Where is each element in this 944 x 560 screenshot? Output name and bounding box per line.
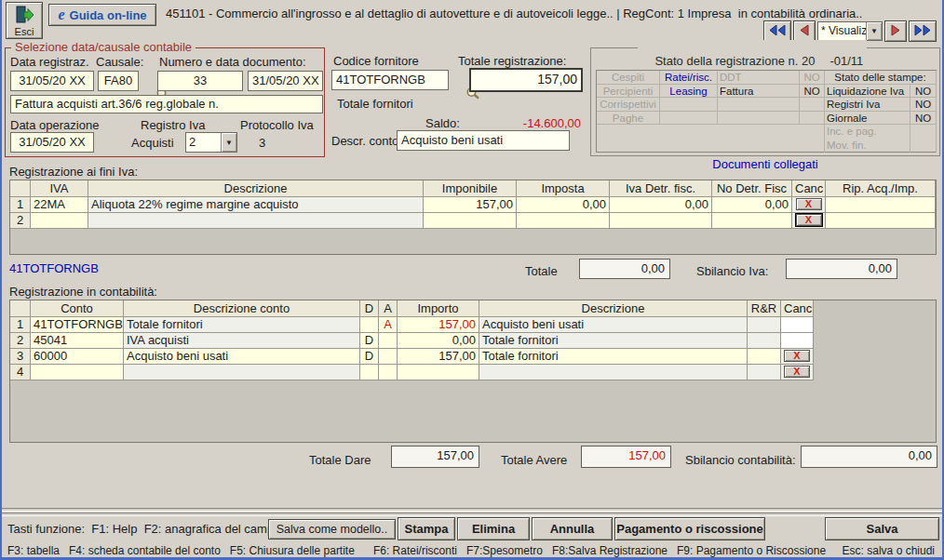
esci-button[interactable]: Esci	[6, 2, 43, 39]
iva-descrizione-cell	[88, 213, 424, 229]
canc-button[interactable]: X	[784, 366, 810, 378]
canc-cell: X	[792, 197, 826, 213]
elimina-button[interactable]: Elimina	[457, 517, 530, 540]
importo-cell[interactable]: 157,00	[398, 349, 479, 365]
descrizione-cell[interactable]	[479, 365, 748, 380]
empty-cell	[718, 98, 800, 112]
conto-fornitore-link[interactable]: 41TOTFORNGB	[9, 261, 99, 275]
iva-detr-cell[interactable]	[610, 213, 712, 229]
annulla-button[interactable]: Annulla	[532, 517, 613, 540]
stato-corrispettivi: Corrispettivi	[597, 98, 660, 112]
empty-cell	[800, 112, 825, 126]
descr-conto-field[interactable]: Acquisto beni usati	[397, 130, 570, 151]
causale-field[interactable]: FA80	[98, 71, 139, 91]
iva-detr-cell[interactable]: 0,00	[610, 197, 712, 213]
leasing-link[interactable]: Leasing	[660, 85, 718, 99]
giornale-label: Giornale	[825, 112, 910, 126]
imposta-cell[interactable]: 0,00	[517, 197, 610, 213]
descrizione-cell[interactable]: Acquisto beni usati	[479, 317, 748, 333]
chevron-down-icon[interactable]: ▼	[866, 22, 882, 40]
first-record-button[interactable]	[763, 20, 791, 42]
contabilita-table: Conto Descrizione conto D A Importo Desc…	[9, 300, 937, 443]
d-cell[interactable]	[360, 317, 379, 333]
codice-fornitore-label: Codice fornitore	[333, 54, 419, 68]
header-rip: Rip. Acq./Imp.	[826, 180, 936, 197]
chevron-down-icon[interactable]: ▼	[221, 133, 236, 152]
canc-button[interactable]: X	[796, 214, 822, 226]
stato-ddt-stato: NO	[800, 71, 825, 85]
importo-cell[interactable]: 0,00	[398, 333, 479, 349]
stato-fattura: Fattura	[718, 85, 800, 99]
canc-cell	[781, 317, 814, 333]
no-detr-cell[interactable]	[712, 213, 792, 229]
salva-button[interactable]: Salva	[825, 517, 939, 540]
d-cell[interactable]	[360, 365, 379, 380]
header-descrizione: Descrizione	[479, 300, 748, 317]
data-documento-field[interactable]: 31/05/20 XX	[248, 71, 323, 91]
totale-avere-label: Totale Avere	[501, 453, 567, 467]
window-title: 451101 - Commercio all'ingrosso e al det…	[166, 7, 862, 20]
guida-online-button[interactable]: e Guida on-line	[48, 4, 156, 26]
header-rr: R&R	[748, 300, 781, 317]
salva-modello-button[interactable]: Salva come modello..	[268, 519, 396, 540]
liquidazione-iva-label: Liquidazione Iva	[825, 85, 910, 99]
imponibile-cell[interactable]: 157,00	[424, 197, 517, 213]
d-cell[interactable]: D	[360, 333, 379, 349]
canc-button[interactable]: X	[784, 350, 810, 362]
importo-cell[interactable]: 157,00	[398, 317, 479, 333]
contabilita-row-2: 2 45041 IVA acquisti D 0,00 Totale forni…	[10, 333, 936, 349]
empty-cell	[597, 125, 825, 139]
rip-cell[interactable]	[826, 213, 936, 229]
row-number: 2	[10, 213, 31, 229]
double-arrow-right-icon	[913, 24, 932, 39]
rip-cell[interactable]	[826, 197, 936, 213]
inc-pag-label: Inc. e pag.	[825, 125, 910, 139]
a-cell[interactable]	[379, 365, 398, 380]
canc-button[interactable]: X	[796, 198, 822, 210]
conto-cell[interactable]: 41TOTFORNGB	[31, 317, 124, 333]
documenti-collegati-link[interactable]: Documenti collegati	[590, 157, 940, 171]
saldo-label: Saldo:	[425, 116, 460, 130]
pagamento-riscossione-button[interactable]: Pagamento o riscossione	[614, 517, 765, 540]
next-record-button[interactable]	[884, 20, 907, 42]
d-cell[interactable]: D	[360, 349, 379, 365]
header-descrizione-conto: Descrizione conto	[124, 300, 360, 317]
contabilita-section-title: Registrazione in contabilità:	[9, 285, 157, 299]
imposta-cell[interactable]	[517, 213, 610, 229]
a-cell[interactable]	[379, 349, 398, 365]
totale-registrazione-field[interactable]: 157,00	[469, 68, 583, 92]
descrizione-cell[interactable]: Totale fornitori	[479, 333, 748, 349]
data-operazione-field[interactable]: 31/05/20 XX	[10, 132, 94, 153]
iva-code-cell[interactable]	[31, 213, 88, 229]
registro-iva-select[interactable]: 2 ▼	[185, 132, 237, 153]
imponibile-cell[interactable]	[424, 213, 517, 229]
visualizza-select[interactable]: * Visualizz ▼	[817, 21, 883, 41]
totale-avere-field: 157,00	[581, 446, 671, 468]
stato-fattura-stato: NO	[800, 85, 825, 99]
iva-code-cell[interactable]: 22MA	[31, 197, 88, 213]
fornitore-panel: Codice fornitore Totale registrazione: 4…	[328, 47, 587, 157]
guida-label: Guida on-line	[70, 8, 147, 22]
arrow-right-icon	[890, 24, 901, 39]
sbilancio-iva-label: Sbilancio Iva:	[696, 264, 768, 278]
rr-cell	[748, 349, 781, 365]
conto-cell[interactable]: 60000	[31, 349, 124, 365]
last-record-button[interactable]	[909, 20, 937, 42]
conto-cell[interactable]: 45041	[31, 333, 124, 349]
numero-documento-field[interactable]: 33	[157, 71, 243, 91]
ratei-risc-link[interactable]: Ratei/risc.	[660, 71, 718, 85]
importo-cell[interactable]	[398, 365, 479, 380]
prev-record-button[interactable]	[793, 20, 816, 42]
descrizione-cell[interactable]: Totale fornitori	[479, 349, 748, 365]
stampa-button[interactable]: Stampa	[398, 517, 455, 540]
conto-cell[interactable]	[31, 365, 124, 380]
causale-descrizione-field[interactable]: Fattura acquisti art.36/6 reg.globale n.	[10, 95, 323, 113]
no-detr-cell[interactable]: 0,00	[712, 197, 792, 213]
a-cell[interactable]: A	[379, 317, 398, 333]
a-cell[interactable]	[379, 333, 398, 349]
descrizione-conto-cell	[124, 365, 360, 380]
iva-section-title: Registrazione ai fini Iva:	[9, 165, 138, 179]
codice-fornitore-field[interactable]: 41TOTFORNGB	[331, 70, 449, 90]
header-d: D	[360, 300, 379, 317]
data-registrazione-field[interactable]: 31/05/20 XX	[10, 71, 94, 91]
